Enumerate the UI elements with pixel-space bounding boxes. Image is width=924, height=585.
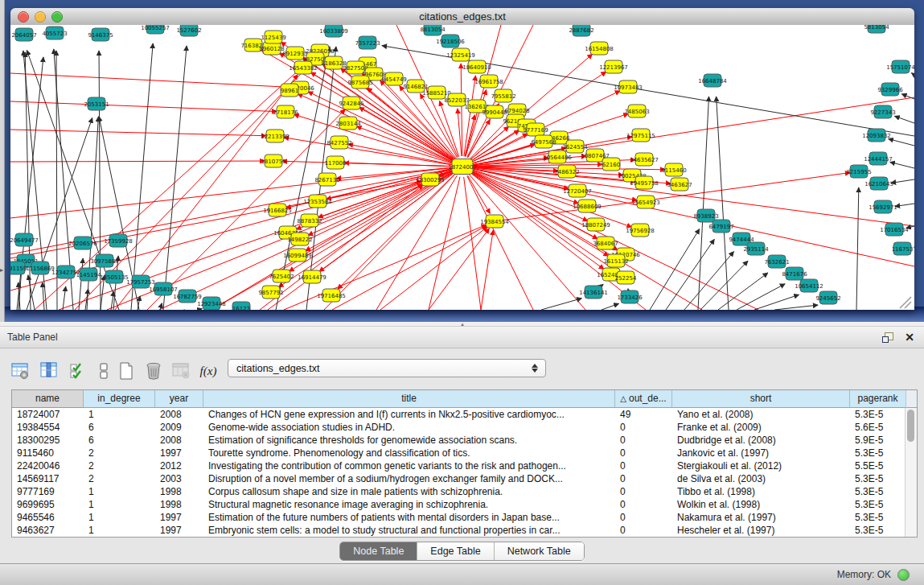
graph-node[interactable]: 12213399	[261, 130, 290, 142]
graph-node[interactable]: 9777169	[523, 123, 548, 136]
column-header-pagerank[interactable]: pagerank	[850, 390, 906, 408]
graph-node[interactable]: 18724007	[448, 159, 477, 175]
cell[interactable]: 1	[84, 485, 155, 498]
cell[interactable]: 6	[84, 434, 155, 447]
cell[interactable]: 49	[615, 408, 672, 421]
cell[interactable]: 22420046	[12, 459, 84, 472]
graph-node[interactable]: 6497568	[531, 135, 556, 148]
graph-node[interactable]: 7625402	[269, 270, 294, 282]
graph-node[interactable]: 16648784	[698, 74, 727, 87]
cell[interactable]: 1998	[155, 485, 203, 498]
table-row[interactable]: 1830029562008Estimation of significance …	[12, 434, 917, 447]
graph-node[interactable]: 12213967	[599, 60, 628, 73]
cell[interactable]: 2009	[155, 421, 203, 434]
graph-node[interactable]: 6479197	[708, 220, 733, 233]
cell[interactable]: 2	[84, 447, 155, 459]
graph-node[interactable]: 9990448	[482, 105, 507, 118]
graph-node[interactable]: 2064057	[11, 28, 36, 41]
divider-grip-icon[interactable]: ▴	[458, 322, 466, 326]
graph-node[interactable]: 16123	[232, 302, 250, 310]
cell[interactable]: Nakamura et al. (1997)	[672, 511, 850, 524]
column-header-in-degree[interactable]: in_degree	[84, 390, 155, 408]
graph-node[interactable]: 12325419	[446, 48, 475, 61]
graph-node[interactable]: 8878332	[297, 214, 322, 227]
graph-node[interactable]: 2803144	[335, 117, 361, 130]
graph-node[interactable]: 1498222	[287, 233, 312, 245]
table-row[interactable]: 946362711997Embryonic stem cells: a mode…	[12, 524, 917, 537]
cell[interactable]: 1997	[155, 524, 203, 537]
graph-node[interactable]: 19218506	[436, 35, 465, 47]
graph-node[interactable]: 1733426	[617, 290, 643, 303]
column-header-title[interactable]: title	[203, 390, 615, 408]
cell[interactable]: 1997	[155, 511, 203, 524]
column-header-name[interactable]: name	[12, 390, 84, 408]
cell[interactable]: Tibbo et al. (1998)	[672, 485, 850, 498]
cell[interactable]: Wolkin et al. (1998)	[672, 498, 850, 511]
graph-node[interactable]: 9227343	[870, 105, 895, 118]
graph-node[interactable]: 16961758	[474, 75, 503, 88]
graph-node[interactable]: 14635627	[630, 153, 659, 166]
graph-node[interactable]: 9875685	[347, 76, 372, 89]
cell[interactable]: Yano et al. (2008)	[672, 408, 850, 421]
graph-node[interactable]: 391159	[10, 262, 27, 274]
cell[interactable]: 5.3E-5	[850, 485, 906, 498]
graph-node[interactable]: 1125439	[261, 31, 285, 43]
row-union-icon[interactable]	[93, 360, 114, 381]
memory-status-indicator-icon[interactable]	[897, 569, 910, 581]
new-column-icon[interactable]	[116, 360, 137, 381]
cell[interactable]: 9699695	[12, 498, 84, 511]
graph-node[interactable]: 8813054	[420, 25, 446, 35]
column-header-short[interactable]: short	[672, 390, 850, 408]
graph-node[interactable]: 10688609	[573, 200, 602, 212]
cell[interactable]: 0	[615, 459, 672, 472]
cell[interactable]: 2008	[155, 434, 203, 447]
graph-node[interactable]: 7486322	[554, 165, 579, 178]
table-row[interactable]: 1456911722003Disruption of a novel membe…	[12, 472, 917, 485]
graph-node[interactable]: 2053151	[84, 97, 109, 110]
graph-node[interactable]: 116753	[892, 242, 914, 255]
vertical-scrollbar[interactable]	[905, 408, 917, 537]
graph-node[interactable]: 8471676	[782, 267, 807, 280]
cell[interactable]: 6	[84, 421, 155, 434]
graph-node[interactable]: 9463627	[667, 178, 692, 191]
cell[interactable]: 0	[615, 472, 672, 485]
cell[interactable]: 1	[84, 408, 155, 421]
select-columns-icon[interactable]	[68, 360, 88, 381]
cell[interactable]: Stergiakouli et al. (2012)	[672, 459, 850, 472]
graph-node[interactable]: 19756928	[626, 224, 655, 237]
graph-node[interactable]: 16154808	[585, 42, 614, 55]
table-row[interactable]: 946554611997Estimation of the future num…	[12, 511, 917, 524]
cell[interactable]: Changes of HCN gene expression and I(f) …	[203, 408, 615, 421]
cell[interactable]: 9115460	[12, 447, 84, 459]
cell[interactable]: 2	[84, 459, 155, 472]
cell[interactable]: 2012	[155, 459, 203, 472]
cell[interactable]: Franke et al. (2009)	[672, 421, 850, 434]
graph-node[interactable]: 7632621	[764, 255, 789, 268]
close-panel-icon[interactable]: ✕	[905, 332, 914, 343]
cell[interactable]: 1998	[155, 498, 203, 511]
minimize-window-button[interactable]	[35, 11, 46, 23]
graph-node[interactable]: 15692971	[869, 200, 897, 213]
network-canvas[interactable]: 1603380973572238813054192185062887682581…	[10, 25, 914, 310]
graph-node[interactable]: 18640910	[462, 60, 491, 73]
cell[interactable]: Hescheler et al. (1997)	[672, 524, 850, 537]
graph-node[interactable]: 12093832	[862, 129, 891, 142]
graph-node[interactable]: 98961	[281, 84, 298, 97]
tab-network-table[interactable]: Network Table	[495, 542, 584, 560]
cell[interactable]: 5.3E-5	[850, 408, 906, 421]
cell[interactable]: 5.9E-5	[850, 434, 906, 447]
graph-node[interactable]: 9857791	[258, 286, 283, 299]
cell[interactable]: 0	[615, 434, 672, 447]
graph-node[interactable]: 5813054	[864, 25, 889, 33]
cell[interactable]: Estimation of the future numbers of pati…	[203, 511, 615, 524]
graph-node[interactable]: 30975887	[90, 254, 119, 267]
cell[interactable]: 0	[615, 524, 672, 537]
graph-node[interactable]: 20649477	[10, 233, 39, 246]
cell[interactable]: 18300295	[12, 434, 84, 447]
cell[interactable]: 9777169	[12, 485, 84, 498]
graph-node[interactable]: 13505135	[100, 270, 129, 283]
graph-node[interactable]: 15654923	[631, 196, 660, 208]
graph-node[interactable]: 12444157	[864, 152, 893, 165]
column-header-year[interactable]: year	[155, 390, 203, 408]
cell[interactable]: Disruption of a novel member of a sodium…	[203, 472, 615, 485]
